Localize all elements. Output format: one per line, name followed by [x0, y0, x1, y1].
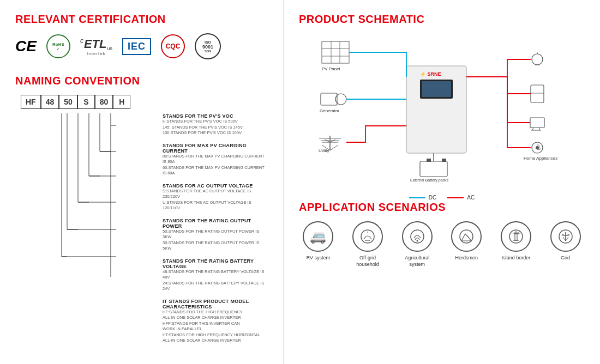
left-panel: RELEVANT CERTIFICATION CE RoHS ✓ c ETL u… — [0, 0, 284, 364]
svg-rect-46 — [531, 85, 544, 102]
desc-ac-output: STANDS FOR AC OUTPUT VOLTAGE S:STANDS FO… — [163, 183, 268, 211]
ce-cert: CE — [15, 38, 37, 55]
schematic-area: PRODUCT SCHEMATIC ⚡ SRNE PV Panel — [299, 13, 585, 191]
dc-label: DC — [429, 195, 436, 201]
svg-rect-62 — [515, 234, 517, 240]
svg-line-34 — [330, 145, 338, 150]
naming-box-48: 48 — [41, 95, 59, 109]
svg-line-65 — [518, 232, 520, 233]
offgrid-label: Off-gridhousehold — [356, 255, 379, 268]
naming-title: NAMING CONVENTION — [15, 75, 268, 87]
scenario-herdsmen: Herdsmen — [451, 221, 482, 262]
desc-max-pv: STANDS FOR MAX PV CHARGING CURRENT 80:ST… — [163, 143, 268, 177]
ac-line — [447, 197, 464, 198]
herdsmen-icon — [451, 221, 482, 252]
app-title: APPLICATION SCENARIOS — [299, 201, 585, 214]
grid-icon — [550, 221, 581, 252]
naming-box-hf: HF — [21, 95, 41, 109]
svg-line-36 — [330, 139, 335, 142]
svg-point-59 — [416, 240, 418, 242]
ac-label: AC — [467, 195, 475, 201]
svg-line-49 — [532, 128, 533, 130]
dc-legend: DC — [409, 195, 436, 201]
svg-rect-20 — [422, 81, 451, 97]
scenario-rv: 🚐 RV system — [303, 221, 333, 262]
desc-product-char: IT STANDS FOR PRODUCT MODEL CHARACTERIST… — [163, 299, 268, 344]
naming-box-80: 80 — [95, 95, 113, 109]
svg-line-35 — [325, 139, 330, 142]
svg-text:⚡ SRNE: ⚡ SRNE — [420, 71, 441, 77]
svg-text:External Battery packs: External Battery packs — [410, 178, 449, 183]
desc-rating-power: STANDS FOR THE RATING OUTPUT POWER 50:ST… — [163, 218, 268, 252]
scenario-offgrid: Off-gridhousehold — [352, 221, 383, 268]
naming-box-h: H — [113, 95, 130, 109]
svg-rect-21 — [322, 41, 349, 63]
scenario-grid: Grid — [550, 221, 581, 262]
rohs-cert: RoHS ✓ — [46, 34, 70, 58]
iec-cert: IEC — [122, 38, 151, 55]
right-panel: PRODUCT SCHEMATIC ⚡ SRNE PV Panel — [284, 0, 600, 364]
desc-voc: STANDS FOR THE PV'S VOC H:STANDS FOR THE… — [163, 113, 268, 136]
island-icon — [501, 221, 531, 252]
svg-text:Home Appliances: Home Appliances — [524, 156, 557, 161]
schematic-title: PRODUCT SCHEMATIC — [299, 13, 585, 26]
iso-cert: ISO 9001 SGS — [195, 33, 221, 59]
app-scenarios: APPLICATION SCENARIOS 🚐 RV system Off-gr… — [299, 201, 585, 268]
ac-legend: AC — [447, 195, 475, 201]
naming-diagram: STANDS FOR THE PV'S VOC H:STANDS FOR THE… — [21, 113, 268, 350]
naming-section: NAMING CONVENTION HF 48 50 S 80 H — [15, 75, 268, 350]
svg-text:Generator: Generator — [320, 108, 339, 113]
cac-cert: CQC — [161, 34, 185, 58]
naming-lines-svg — [21, 113, 157, 288]
svg-rect-41 — [442, 159, 446, 162]
svg-point-53 — [536, 146, 539, 149]
svg-rect-40 — [427, 159, 431, 162]
svg-rect-17 — [406, 66, 466, 153]
svg-text:PV Panel: PV Panel — [322, 66, 340, 71]
scenario-agri: Agriculturalsystem — [402, 221, 433, 268]
offgrid-icon — [352, 221, 383, 252]
naming-boxes: HF 48 50 S 80 H — [21, 95, 268, 109]
desc-battery-voltage: STANDS FOR THE RATING BATTERY VOLTAGE 48… — [163, 258, 268, 292]
naming-descriptions: STANDS FOR THE PV'S VOC H:STANDS FOR THE… — [157, 113, 268, 350]
schematic-legend: DC AC — [299, 195, 585, 201]
etl-cert: c ETL us Intertek — [80, 37, 112, 56]
schematic-svg: ⚡ SRNE PV Panel Generator Utility — [299, 33, 585, 191]
svg-marker-63 — [514, 232, 518, 234]
rv-label: RV system — [307, 255, 330, 262]
island-label: Island border — [502, 255, 531, 262]
dc-line — [409, 197, 425, 198]
grid-label: Grid — [561, 255, 570, 262]
schematic-diagram: ⚡ SRNE PV Panel Generator Utility — [299, 33, 585, 191]
agri-label: Agriculturalsystem — [405, 255, 429, 268]
scenario-island: Island border — [501, 221, 531, 262]
svg-rect-48 — [530, 118, 544, 128]
rv-icon: 🚐 — [303, 221, 333, 252]
naming-box-s: S — [77, 95, 95, 109]
svg-line-50 — [539, 128, 540, 130]
cert-title: RELEVANT CERTIFICATION — [15, 13, 268, 26]
agri-icon — [402, 221, 433, 252]
herdsmen-label: Herdsmen — [455, 255, 478, 262]
svg-rect-39 — [420, 161, 447, 177]
svg-rect-27 — [321, 93, 337, 105]
naming-box-50: 50 — [59, 95, 77, 109]
svg-point-43 — [532, 54, 543, 65]
scenario-icons: 🚐 RV system Off-gridhousehold — [299, 221, 585, 268]
cert-icons: CE RoHS ✓ c ETL us Intertek IEC CQC ISO … — [15, 33, 268, 59]
